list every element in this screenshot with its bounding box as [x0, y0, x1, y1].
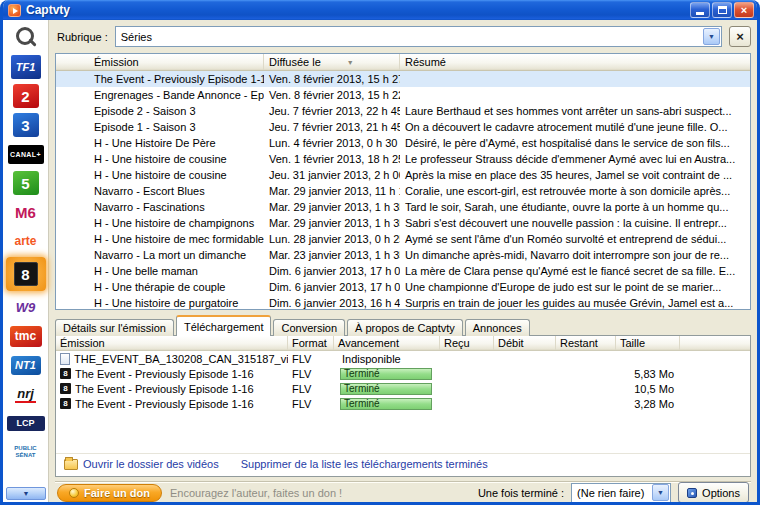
maximize-button[interactable]: [712, 2, 732, 18]
program-emission: Navarro - Escort Blues: [56, 185, 264, 197]
download-actions: Ouvrir le dossier des vidéos Supprimer d…: [56, 453, 750, 476]
program-row[interactable]: H - Une thérapie de couple Dim. 6 janvie…: [56, 279, 750, 295]
download-row[interactable]: The Event - Previously Episode 1-16 FLV …: [56, 396, 750, 411]
download-format: FLV: [288, 368, 334, 380]
column-header-format[interactable]: Format: [288, 336, 334, 350]
program-row[interactable]: Engrenages - Bande Annonce - Episode 3-4…: [56, 87, 750, 103]
channel-direct8[interactable]: 8: [6, 257, 46, 291]
channel-public-senat[interactable]: PUBLIC SÉNAT: [6, 439, 46, 465]
column-header-debit[interactable]: Débit: [494, 336, 556, 350]
program-date: Mar. 29 janvier 2013, 1 h 35: [264, 217, 400, 229]
program-resume: Tard le soir, Sarah, une étudiante, ouvr…: [400, 201, 750, 213]
program-list: The Event - Previously Episode 1-16 Ven.…: [56, 71, 750, 309]
program-row[interactable]: H - Une histoire de cousine Jeu. 31 janv…: [56, 167, 750, 183]
program-resume: La mère de Clara pense qu'Aymé est le fi…: [400, 265, 750, 277]
program-date: Jeu. 7 février 2013, 21 h 45: [264, 121, 400, 133]
program-row[interactable]: H - Une histoire de mec formidable Lun. …: [56, 231, 750, 247]
channel-w9[interactable]: W9: [6, 294, 46, 320]
column-header-restant[interactable]: Restant: [556, 336, 616, 350]
program-row[interactable]: H - Une histoire de purgatoire Dim. 6 ja…: [56, 295, 750, 309]
program-row[interactable]: Navarro - La mort un dimanche Mar. 23 ja…: [56, 247, 750, 263]
column-header-emission[interactable]: Émission: [56, 54, 264, 70]
program-row[interactable]: H - Une histoire de champignons Mar. 29 …: [56, 215, 750, 231]
channel-tmc[interactable]: tmc: [6, 323, 46, 349]
download-panel: Émission Format Avancement Reçu Débit Re…: [55, 335, 751, 477]
tab-label: Annonces: [473, 322, 522, 334]
channel-tf1[interactable]: TF1: [6, 54, 46, 80]
program-row[interactable]: Episode 1 - Saison 3 Jeu. 7 février 2013…: [56, 119, 750, 135]
tab-label: Conversion: [281, 322, 337, 334]
program-emission: Episode 1 - Saison 3: [56, 121, 264, 133]
minimize-button[interactable]: [690, 2, 710, 18]
program-table: Émission Diffusée le ▼ Résumé The Event …: [55, 53, 751, 310]
tab-telechargement[interactable]: Téléchargement: [176, 315, 272, 336]
once-done-label: Une fois terminé :: [478, 487, 564, 499]
program-date: Dim. 6 janvier 2013, 16 h 41: [264, 297, 400, 309]
tab-conversion[interactable]: Conversion: [273, 319, 345, 336]
program-row[interactable]: Navarro - Fascinations Mar. 29 janvier 2…: [56, 199, 750, 215]
column-header-spacer: [680, 336, 750, 350]
once-done-select[interactable]: (Ne rien faire) ▼: [571, 483, 671, 503]
titlebar[interactable]: Captvty ×: [3, 0, 757, 20]
options-button[interactable]: Options: [678, 482, 749, 503]
column-header-resume[interactable]: Résumé: [400, 54, 750, 70]
program-row[interactable]: Episode 2 - Saison 3 Jeu. 7 février 2013…: [56, 103, 750, 119]
channel-france3[interactable]: 3: [6, 112, 46, 138]
clear-rubrique-button[interactable]: ×: [729, 26, 751, 47]
program-resume: Une championne d'Europe de judo est sur …: [400, 281, 750, 293]
sidebar-scroll-down-button[interactable]: ▼: [6, 487, 46, 500]
download-emission: THE_EVENT_BA_130208_CAN_315187_video_HD.…: [74, 353, 288, 365]
chevron-down-icon[interactable]: ▼: [703, 28, 720, 45]
program-row[interactable]: The Event - Previously Episode 1-16 Ven.…: [56, 71, 750, 87]
program-row[interactable]: Navarro - Escort Blues Mar. 29 janvier 2…: [56, 183, 750, 199]
close-button[interactable]: ×: [734, 2, 754, 18]
program-resume: Coralie, une escort-girl, est retrouvée …: [400, 185, 750, 197]
program-row[interactable]: H - Une Histoire De Père Lun. 4 février …: [56, 135, 750, 151]
program-emission: H - Une Histoire De Père: [56, 137, 264, 149]
program-emission: H - Une histoire de purgatoire: [56, 297, 264, 309]
program-emission: H - Une histoire de cousine: [56, 169, 264, 181]
maximize-icon: [718, 6, 727, 14]
tab-details-emission[interactable]: Détails sur l'émission: [55, 319, 174, 336]
channel-nt1[interactable]: NT1: [6, 352, 46, 378]
channel-canalplus[interactable]: CANAL+: [6, 141, 46, 167]
close-icon: ×: [741, 4, 747, 16]
program-date: Mar. 29 janvier 2013, 11 h 15: [264, 185, 400, 197]
window-title: Captvty: [26, 3, 685, 17]
download-row-icon: [60, 383, 71, 394]
donate-button[interactable]: Faire un don: [57, 484, 162, 502]
download-row-icon: [60, 353, 70, 365]
column-header-diffusee-le[interactable]: Diffusée le ▼: [264, 54, 400, 70]
tab-annonces[interactable]: Annonces: [465, 319, 530, 336]
channel-lcp[interactable]: LCP: [6, 410, 46, 436]
download-row[interactable]: The Event - Previously Episode 1-16 FLV …: [56, 366, 750, 381]
gear-icon: [687, 488, 697, 498]
channel-arte[interactable]: arte: [6, 228, 46, 254]
column-header-recu[interactable]: Reçu: [440, 336, 494, 350]
tab-label: Téléchargement: [184, 321, 264, 333]
program-resume: Désiré, le père d'Aymé, est hospitalisé …: [400, 137, 750, 149]
channel-m6[interactable]: M6: [6, 199, 46, 225]
column-header-dl-emission[interactable]: Émission: [56, 336, 288, 350]
donate-hint-text: Encouragez l'auteur, faites un don !: [170, 487, 342, 499]
tab-label: Détails sur l'émission: [63, 322, 166, 334]
channel-search[interactable]: [6, 25, 46, 51]
tab-label: À propos de Captvty: [355, 322, 455, 334]
program-row[interactable]: H - Une histoire de cousine Ven. 1 févri…: [56, 151, 750, 167]
tab-a-propos-de-captvty[interactable]: À propos de Captvty: [347, 319, 463, 336]
chevron-down-icon[interactable]: ▼: [652, 484, 669, 501]
channel-nrj12[interactable]: nrj: [6, 381, 46, 407]
open-videos-folder-link[interactable]: Ouvrir le dossier des vidéos: [83, 458, 219, 470]
column-header-avancement[interactable]: Avancement: [334, 336, 440, 350]
download-emission: The Event - Previously Episode 1-16: [75, 398, 254, 410]
tab-bar: Détails sur l'émission Téléchargement Co…: [55, 314, 751, 336]
program-row[interactable]: H - Une belle maman Dim. 6 janvier 2013,…: [56, 263, 750, 279]
column-header-taille[interactable]: Taille: [616, 336, 680, 350]
channel-france5[interactable]: 5: [6, 170, 46, 196]
download-row[interactable]: THE_EVENT_BA_130208_CAN_315187_video_HD.…: [56, 351, 750, 366]
program-emission: H - Une belle maman: [56, 265, 264, 277]
channel-france2[interactable]: 2: [6, 83, 46, 109]
download-row[interactable]: The Event - Previously Episode 1-16 FLV …: [56, 381, 750, 396]
rubrique-select[interactable]: Séries ▼: [115, 26, 722, 47]
clear-finished-downloads-link[interactable]: Supprimer de la liste les téléchargement…: [241, 458, 488, 470]
